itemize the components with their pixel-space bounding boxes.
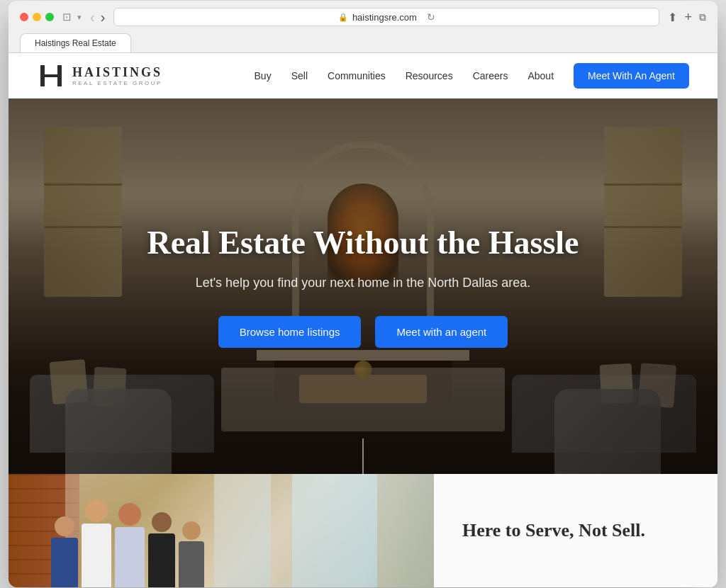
below-fold-section: Here to Serve, Not Sell. [9, 474, 717, 587]
navigation-controls: ‹ › [90, 9, 105, 26]
logo-name: HAISTINGS [72, 65, 162, 80]
nav-careers[interactable]: Careers [473, 70, 508, 81]
nav-communities[interactable]: Communities [328, 70, 386, 81]
browser-chrome: ⊡ ▾ ‹ › 🔒 haistingsre.com ↻ ⬆ + ⧉ [9, 1, 717, 53]
team-tagline: Here to Serve, Not Sell. [462, 520, 645, 541]
team-tagline-area: Here to Serve, Not Sell. [434, 474, 717, 587]
hero-content: Real Estate Without the Hassle Let's hel… [133, 225, 593, 349]
nav-links: Buy Sell Communities Resources Careers A… [255, 63, 689, 89]
navbar: HAISTINGS REAL ESTATE GROUP Buy Sell Com… [9, 53, 717, 98]
nav-about[interactable]: About [527, 70, 554, 81]
meet-agent-hero-button[interactable]: Meet with an agent [375, 316, 508, 348]
hero-subtitle: Let's help you find your next home in th… [147, 276, 579, 290]
address-bar[interactable]: 🔒 haistingsre.com ↻ [113, 8, 659, 26]
chevron-down-icon[interactable]: ▾ [77, 13, 82, 22]
nav-buy[interactable]: Buy [255, 70, 272, 81]
logo-text: HAISTINGS REAL ESTATE GROUP [72, 65, 162, 86]
logo[interactable]: HAISTINGS REAL ESTATE GROUP [37, 62, 162, 90]
traffic-lights [20, 13, 54, 21]
close-button[interactable] [20, 13, 28, 21]
lock-icon: 🔒 [338, 13, 348, 22]
logo-icon [37, 62, 65, 90]
browse-listings-button[interactable]: Browse home listings [218, 316, 362, 348]
reload-icon[interactable]: ↻ [427, 11, 435, 23]
team-person-2 [82, 499, 111, 587]
share-icon[interactable]: ⬆ [668, 11, 677, 24]
meet-agent-button[interactable]: Meet With An Agent [574, 63, 689, 89]
browser-action-buttons: ⬆ + ⧉ [668, 10, 706, 25]
scroll-indicator [362, 439, 364, 474]
sidebar-toggle-icon[interactable]: ⊡ [62, 11, 72, 23]
site-content: HAISTINGS REAL ESTATE GROUP Buy Sell Com… [9, 53, 717, 587]
active-tab[interactable]: Haistings Real Estate [20, 33, 131, 52]
browser-tabs: Haistings Real Estate [20, 33, 706, 52]
team-photo [9, 474, 434, 587]
hero-buttons: Browse home listings Meet with an agent [147, 316, 579, 348]
browser-window: ⊡ ▾ ‹ › 🔒 haistingsre.com ↻ ⬆ + ⧉ [9, 1, 717, 587]
url-text: haistingsre.com [352, 12, 417, 23]
nav-resources[interactable]: Resources [406, 70, 453, 81]
team-person-5 [179, 521, 204, 587]
minimize-button[interactable] [33, 13, 41, 21]
team-person-3 [115, 503, 145, 587]
maximize-button[interactable] [45, 13, 54, 21]
back-button[interactable]: ‹ [90, 9, 95, 26]
logo-subtitle: REAL ESTATE GROUP [72, 80, 162, 86]
nav-sell[interactable]: Sell [291, 70, 308, 81]
team-person-1 [51, 516, 78, 587]
hero-title: Real Estate Without the Hassle [147, 225, 579, 262]
window-controls: ⊡ ▾ [62, 11, 82, 23]
forward-button[interactable]: › [101, 9, 106, 26]
hero-section: Real Estate Without the Hassle Let's hel… [9, 98, 717, 474]
new-tab-icon[interactable]: + [684, 10, 692, 25]
windows-icon[interactable]: ⧉ [699, 11, 706, 23]
svg-rect-2 [57, 65, 62, 86]
team-person-4 [148, 512, 175, 587]
team-people [51, 499, 204, 587]
